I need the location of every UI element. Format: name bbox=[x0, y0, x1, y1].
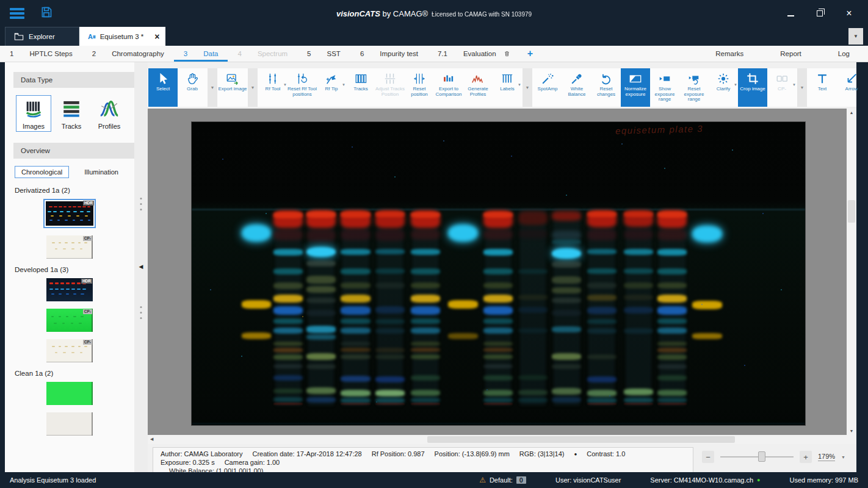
plate-track-7 bbox=[448, 122, 477, 426]
dropdown-caret-icon[interactable]: ▼ bbox=[734, 83, 737, 87]
thumbnail-clean-green[interactable] bbox=[46, 382, 93, 405]
dropdown-caret-icon[interactable]: ▼ bbox=[518, 83, 521, 87]
hdr-badge: HDR bbox=[81, 279, 92, 284]
toolbar-text-button[interactable]: Text bbox=[808, 68, 837, 107]
thumbnail-clean-white[interactable] bbox=[46, 412, 93, 436]
tab-overflow-dropdown[interactable]: ▼ bbox=[848, 28, 863, 45]
step-tab-sst[interactable]: 5SST bbox=[297, 46, 350, 62]
toolbar-show-exposure-range-button[interactable]: Show exposure range bbox=[650, 68, 679, 107]
step-tab-data[interactable]: 3Data bbox=[174, 46, 228, 62]
toolbar-select-button[interactable]: Select bbox=[148, 68, 178, 107]
info-contrast: Contrast: 1.0 bbox=[587, 450, 625, 458]
dropdown-caret-icon[interactable]: ▼ bbox=[342, 83, 345, 87]
toolbar-generate-profiles-button[interactable]: Generate Profiles bbox=[463, 68, 493, 107]
vertical-scroll-thumb[interactable] bbox=[848, 200, 855, 223]
toolbar-reset-rf-tool-positions-button[interactable]: Reset Rf Tool positions bbox=[288, 68, 317, 107]
add-step-button[interactable]: + bbox=[520, 46, 540, 62]
thumbnail-plate-light[interactable]: CP- bbox=[46, 235, 93, 259]
plate-track-12 bbox=[624, 122, 653, 426]
step-link-report[interactable]: Report bbox=[762, 46, 820, 62]
info-author: Author: CAMAG Laboratory bbox=[161, 450, 243, 458]
toolbar-crop-image-button[interactable]: Crop image bbox=[738, 68, 767, 107]
vertical-scrollbar[interactable]: ▲ ▼ bbox=[847, 109, 856, 435]
zoom-slider[interactable] bbox=[720, 456, 794, 458]
tab-close-icon[interactable]: × bbox=[154, 32, 159, 41]
thumbnail-plate-light[interactable]: CP- bbox=[46, 339, 93, 362]
default-notifications[interactable]: ⚠ Default: 0 bbox=[479, 476, 526, 484]
collapse-sidebar-icon[interactable]: ◀ bbox=[139, 264, 143, 270]
step-tab-chromatography[interactable]: 2Chromatography bbox=[82, 46, 174, 62]
tab-explorer[interactable]: Explorer bbox=[5, 27, 79, 46]
toolbar-adjust-tracks-position-button: Adjust Tracks Position bbox=[375, 68, 405, 107]
datatype-profiles-button[interactable]: Profiles bbox=[92, 95, 127, 132]
overview-tab-chronological[interactable]: Chronological bbox=[15, 166, 69, 178]
folder-icon bbox=[14, 32, 24, 41]
toolbar-labels-button[interactable]: Labels▼ bbox=[493, 68, 522, 107]
toolbar-export-image-button[interactable]: Export image bbox=[218, 68, 247, 107]
toolbar-export-to-comparison-button[interactable]: Export to Comparison bbox=[434, 68, 463, 107]
step-link-remarks[interactable]: Remarks bbox=[697, 46, 762, 62]
zoom-percentage[interactable]: 179% bbox=[818, 453, 835, 461]
zoom-dropdown-icon[interactable]: ▼ bbox=[841, 455, 845, 459]
info-camera-gain: Camera gain: 1.00 bbox=[225, 459, 280, 466]
zoom-slider-thumb[interactable] bbox=[758, 451, 765, 462]
thumbnail-derivatized-dark-selected[interactable]: HDR bbox=[43, 199, 96, 228]
toolbar-reset-changes-button[interactable]: Reset changes bbox=[591, 68, 621, 107]
hamburger-menu-icon[interactable] bbox=[10, 6, 24, 21]
toolbar-grab-button[interactable]: Grab bbox=[178, 68, 207, 107]
save-icon[interactable] bbox=[40, 6, 52, 21]
toolbar-tracks-button[interactable]: Tracks bbox=[346, 68, 375, 107]
dropdown-caret-icon[interactable]: ▼ bbox=[283, 83, 287, 87]
export-comparison-icon bbox=[442, 72, 455, 85]
plate-track-6 bbox=[411, 122, 440, 426]
toolbar-group-overflow[interactable]: ▼ bbox=[208, 68, 217, 107]
step-tab-evaluation[interactable]: 7.1Evaluation bbox=[428, 46, 520, 62]
scroll-left-icon[interactable]: ◀ bbox=[150, 437, 153, 442]
cp-badge: CP- bbox=[83, 340, 92, 345]
plate-track-9 bbox=[518, 122, 548, 426]
tab-document-active[interactable]: AIII Equisetum 3 * × bbox=[79, 27, 165, 46]
step-link-log[interactable]: Log bbox=[820, 46, 868, 62]
dropdown-caret-icon[interactable]: ▼ bbox=[792, 83, 796, 87]
horizontal-scrollbar[interactable]: ◀ bbox=[148, 435, 847, 444]
scroll-up-icon[interactable]: ▲ bbox=[847, 110, 856, 115]
zoom-out-button[interactable]: − bbox=[702, 451, 714, 463]
zoom-control: − + 179% ▼ bbox=[693, 447, 856, 463]
toolbar-group-overflow[interactable]: ▼ bbox=[523, 68, 532, 107]
tab-document-label: Equisetum 3 * bbox=[100, 33, 144, 40]
close-button[interactable]: × bbox=[845, 9, 853, 18]
status-user: User: visionCATSuser bbox=[555, 476, 621, 484]
toolbar-rf-tool-button[interactable]: Rf Tool▼ bbox=[258, 68, 288, 107]
delete-step-icon[interactable] bbox=[504, 50, 510, 57]
plate-track-4 bbox=[341, 122, 370, 426]
toolbar-spotamp-button[interactable]: SpotAmp bbox=[533, 68, 562, 107]
tlc-plate-image[interactable]: equisetum plate 3 bbox=[192, 122, 805, 426]
minimize-button[interactable] bbox=[786, 9, 795, 18]
toolbar-clarify-button[interactable]: Clarify▼ bbox=[709, 68, 738, 107]
toolbar-normalize-exposure-button[interactable]: Normalize exposure bbox=[621, 68, 650, 107]
step-tab-impurity-test[interactable]: 6Impurity test bbox=[350, 46, 428, 62]
info-creation-date: Creation date: 17-Apr-2018 12:47:28 bbox=[253, 450, 362, 458]
toolbar-reset-exposure-range-button[interactable]: Reset exposure range bbox=[679, 68, 709, 107]
workflow-step-bar: 1HPTLC Steps2Chromatography3Data4Spectru… bbox=[0, 46, 868, 62]
labels-icon bbox=[501, 72, 514, 85]
thumbnail-developed-dark[interactable]: HDR bbox=[46, 278, 93, 301]
zoom-in-button[interactable]: + bbox=[800, 451, 812, 463]
sidebar-splitter[interactable]: ◀ bbox=[134, 62, 148, 472]
thumbnail-developed-green[interactable]: CP- bbox=[46, 309, 93, 332]
toolbar-reset-position-button[interactable]: Reset position bbox=[405, 68, 434, 107]
datatype-images-button[interactable]: Images bbox=[16, 95, 51, 132]
overview-tab-illumination[interactable]: Illumination bbox=[78, 166, 125, 178]
toolbar-group-overflow[interactable]: ▼ bbox=[797, 68, 807, 107]
scroll-down-icon[interactable]: ▼ bbox=[847, 429, 856, 433]
toolbar-arrow-button[interactable]: Arrow bbox=[837, 68, 866, 107]
datatype-tracks-button[interactable]: Tracks bbox=[54, 95, 89, 132]
step-tab-hptlc-steps[interactable]: 1HPTLC Steps bbox=[0, 46, 82, 62]
horizontal-scroll-thumb[interactable] bbox=[427, 436, 735, 443]
maximize-button[interactable] bbox=[816, 9, 824, 18]
tab-explorer-label: Explorer bbox=[29, 33, 55, 40]
toolbar-rf-tip-button[interactable]: Rf Tip▼ bbox=[317, 68, 346, 107]
toolbar-white-balance-button[interactable]: White Balance bbox=[562, 68, 591, 107]
toolbar-group-overflow[interactable]: ▼ bbox=[248, 68, 258, 107]
step-tab-spectrum[interactable]: 4Spectrum bbox=[228, 46, 297, 62]
